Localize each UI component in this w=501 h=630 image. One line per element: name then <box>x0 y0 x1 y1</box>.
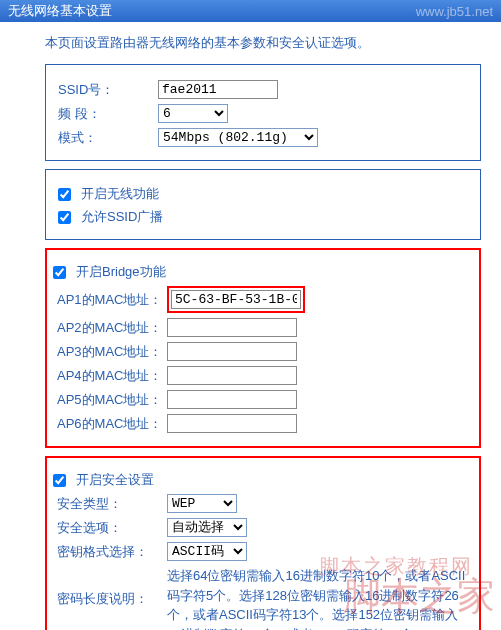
key-format-label: 密钥格式选择： <box>57 543 167 561</box>
allow-ssid-label: 允许SSID广播 <box>81 208 163 226</box>
basic-settings-box: SSID号： 频 段： 6 模式： 54Mbps (802.11g) <box>45 64 481 161</box>
security-type-select[interactable]: WEP <box>167 494 237 513</box>
key-length-label: 密码长度说明： <box>57 590 167 608</box>
security-option-select[interactable]: 自动选择 <box>167 518 247 537</box>
security-section: 开启安全设置 安全类型： WEP 安全选项： 自动选择 密钥格式选择： ASCI… <box>45 456 481 630</box>
band-select[interactable]: 6 <box>158 104 228 123</box>
enable-wireless-checkbox[interactable] <box>58 188 71 201</box>
ap4-mac-label: AP4的MAC地址： <box>57 367 167 385</box>
ap5-mac-input[interactable] <box>167 390 297 409</box>
ap5-mac-label: AP5的MAC地址： <box>57 391 167 409</box>
wireless-options-box: 开启无线功能 允许SSID广播 <box>45 169 481 240</box>
ap1-mac-label: AP1的MAC地址： <box>57 291 167 309</box>
window-titlebar: 无线网络基本设置 www.jb51.net <box>0 0 501 22</box>
enable-wireless-label: 开启无线功能 <box>81 185 159 203</box>
window-title: 无线网络基本设置 <box>8 2 112 20</box>
ssid-label: SSID号： <box>58 81 158 99</box>
ap2-mac-label: AP2的MAC地址： <box>57 319 167 337</box>
ap3-mac-input[interactable] <box>167 342 297 361</box>
ap1-mac-input[interactable] <box>171 290 301 309</box>
enable-security-checkbox[interactable] <box>53 474 66 487</box>
enable-security-label: 开启安全设置 <box>76 471 154 489</box>
ap4-mac-input[interactable] <box>167 366 297 385</box>
allow-ssid-checkbox[interactable] <box>58 211 71 224</box>
mode-select[interactable]: 54Mbps (802.11g) <box>158 128 318 147</box>
page-description: 本页面设置路由器无线网络的基本参数和安全认证选项。 <box>45 34 481 52</box>
mode-label: 模式： <box>58 129 158 147</box>
enable-bridge-checkbox[interactable] <box>53 266 66 279</box>
watermark-url: www.jb51.net <box>416 4 493 19</box>
bridge-section: 开启Bridge功能 AP1的MAC地址：AP2的MAC地址：AP3的MAC地址… <box>45 248 481 448</box>
enable-bridge-label: 开启Bridge功能 <box>76 263 166 281</box>
ap3-mac-label: AP3的MAC地址： <box>57 343 167 361</box>
ap6-mac-label: AP6的MAC地址： <box>57 415 167 433</box>
ssid-input[interactable] <box>158 80 278 99</box>
ap2-mac-input[interactable] <box>167 318 297 337</box>
ap6-mac-input[interactable] <box>167 414 297 433</box>
band-label: 频 段： <box>58 105 158 123</box>
security-type-label: 安全类型： <box>57 495 167 513</box>
key-format-select[interactable]: ASCII码 <box>167 542 247 561</box>
key-length-note: 选择64位密钥需输入16进制数字符10个，或者ASCII码字符5个。选择128位… <box>167 566 469 630</box>
security-option-label: 安全选项： <box>57 519 167 537</box>
